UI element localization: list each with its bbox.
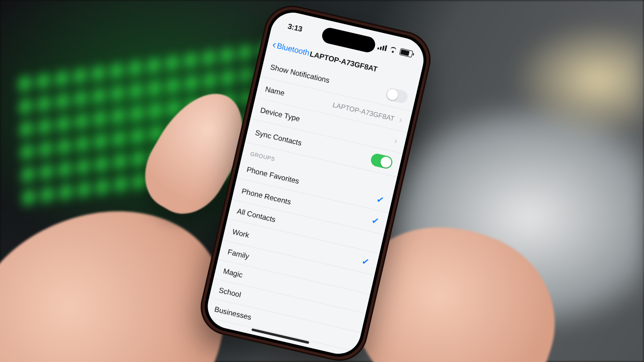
chevron-left-icon: ‹ — [272, 44, 276, 45]
row-label: Device Type — [260, 106, 301, 123]
checkmark-icon: ✓ — [361, 256, 371, 268]
group-label: Work — [232, 227, 250, 239]
chevron-right-icon: › — [398, 114, 403, 125]
group-label: Magic — [222, 267, 243, 279]
back-button[interactable]: ‹ Bluetooth — [271, 40, 310, 57]
group-label: Businesses — [214, 305, 252, 321]
checkmark-icon: ✓ — [370, 215, 380, 227]
toggle-show-notifications[interactable] — [385, 87, 409, 104]
row-value — [391, 137, 393, 144]
group-label: School — [218, 286, 242, 299]
row-label: Name — [265, 84, 286, 97]
cellular-icon — [377, 44, 387, 52]
group-label: Family — [227, 248, 250, 261]
checkmark-icon: ✓ — [376, 194, 385, 206]
status-time: 3:13 — [287, 22, 303, 33]
toggle-sync-contacts[interactable] — [370, 152, 394, 169]
row-label: Sync Contacts — [254, 128, 302, 146]
group-label: All Contacts — [236, 207, 276, 224]
group-label: Phone Recents — [241, 186, 292, 206]
chevron-right-icon: › — [393, 136, 398, 146]
back-label: Bluetooth — [276, 41, 310, 57]
battery-icon — [399, 48, 413, 57]
wifi-icon — [389, 46, 398, 54]
